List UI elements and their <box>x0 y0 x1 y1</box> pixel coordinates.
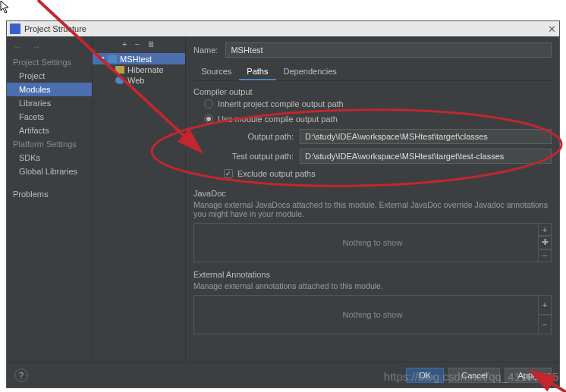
javadoc-desc: Manage external JavaDocs attached to thi… <box>193 198 552 223</box>
javadoc-add-icon[interactable]: + <box>538 223 552 236</box>
ext-annot-desc: Manage external annotations attached to … <box>193 279 552 295</box>
exclude-label: Exclude output paths <box>237 169 316 178</box>
radio-use-module-label: Use module compile output path <box>218 114 338 124</box>
module-node-mshtest[interactable]: ▾ MSHtest <box>93 53 185 64</box>
ext-annot-empty: Nothing to show <box>343 310 403 319</box>
section-platform-settings: Platform Settings <box>7 137 92 151</box>
ext-annot-remove-icon[interactable]: − <box>538 315 552 334</box>
output-path-input[interactable] <box>300 129 552 144</box>
apply-button[interactable]: Apply <box>505 368 552 383</box>
web-icon <box>115 77 124 84</box>
nav-libraries[interactable]: Libraries <box>7 96 92 110</box>
module-icon <box>108 55 117 63</box>
module-list-panel: + − 🗎 ▾ MSHtest Hibernate Web <box>92 36 186 362</box>
nav-history[interactable]: ← → <box>7 41 92 55</box>
exclude-checkbox[interactable] <box>224 169 233 178</box>
nav-project[interactable]: Project <box>7 69 92 83</box>
tab-paths[interactable]: Paths <box>239 64 275 80</box>
radio-inherit[interactable] <box>204 99 213 108</box>
facet-label: Hibernate <box>127 65 164 74</box>
facet-label: Web <box>127 76 144 85</box>
module-label: MSHtest <box>120 55 152 64</box>
nav-modules[interactable]: Modules <box>7 83 92 96</box>
tab-sources[interactable]: Sources <box>193 64 239 80</box>
window-title: Project Structure <box>24 24 86 33</box>
project-structure-dialog: Project Structure ✕ ← → Project Settings… <box>6 20 560 388</box>
ok-button[interactable]: OK <box>406 368 444 383</box>
output-path-label: Output path: <box>224 132 294 141</box>
left-nav: ← → Project Settings Project Modules Lib… <box>7 36 92 362</box>
javadoc-heading: JavaDoc <box>193 189 552 198</box>
module-name-input[interactable] <box>225 42 552 58</box>
add-icon[interactable]: + <box>122 39 127 49</box>
ext-annot-add-icon[interactable]: + <box>538 295 552 315</box>
compiler-output-heading: Compiler output <box>193 87 552 96</box>
ext-annot-heading: External Annotations <box>193 270 552 279</box>
nav-problems[interactable]: Problems <box>7 187 92 201</box>
nav-artifacts[interactable]: Artifacts <box>7 124 92 137</box>
section-project-settings: Project Settings <box>7 55 92 69</box>
nav-sdks[interactable]: SDKs <box>7 151 92 165</box>
radio-use-module[interactable] <box>204 114 213 124</box>
app-icon <box>10 24 20 34</box>
cancel-button[interactable]: Cancel <box>448 368 500 383</box>
test-output-path-input[interactable] <box>300 149 552 164</box>
test-output-path-label: Test output path: <box>224 152 294 161</box>
javadoc-add-url-icon[interactable]: ✚ <box>538 236 552 249</box>
facet-web[interactable]: Web <box>93 75 185 86</box>
nav-global-libraries[interactable]: Global Libraries <box>7 165 92 178</box>
close-icon[interactable]: ✕ <box>548 24 556 35</box>
module-details: Name: Sources Paths Dependencies Compile… <box>186 36 559 362</box>
remove-icon[interactable]: − <box>135 39 140 49</box>
titlebar: Project Structure ✕ <box>7 21 559 36</box>
ext-annot-panel: Nothing to show + − <box>193 295 552 334</box>
javadoc-panel: Nothing to show + ✚ − <box>193 223 552 262</box>
tab-dependencies[interactable]: Dependencies <box>276 64 344 80</box>
nav-facets[interactable]: Facets <box>7 110 92 124</box>
radio-inherit-label: Inherit project compile output path <box>218 99 344 108</box>
help-button[interactable]: ? <box>14 368 28 382</box>
expand-icon[interactable]: ▾ <box>100 54 105 64</box>
javadoc-empty: Nothing to show <box>343 238 403 247</box>
facet-hibernate[interactable]: Hibernate <box>93 64 185 75</box>
name-label: Name: <box>193 45 218 55</box>
hibernate-icon <box>115 66 124 74</box>
javadoc-remove-icon[interactable]: − <box>538 249 552 262</box>
dialog-footer: ? OK Cancel Apply <box>7 362 559 387</box>
copy-icon[interactable]: 🗎 <box>147 39 156 49</box>
